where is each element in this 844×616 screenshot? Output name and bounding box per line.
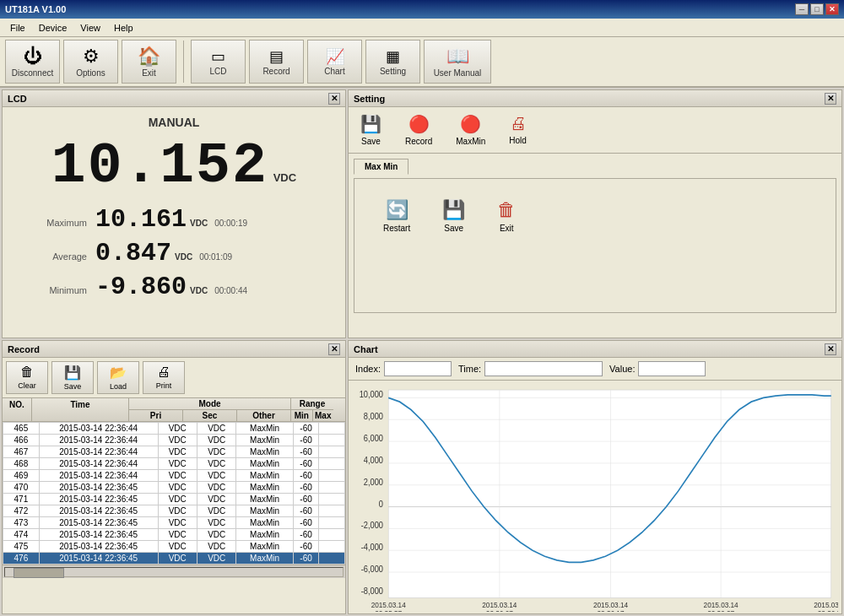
chart-panel-close[interactable]: ✕	[825, 343, 836, 355]
setting-maxmin-button[interactable]: 🔴 MaxMin	[452, 111, 489, 149]
cell-pri: VDC	[158, 553, 197, 565]
options-button[interactable]: ⚙ Options	[63, 40, 118, 84]
maxmin-exit-label: Exit	[500, 224, 514, 233]
menu-file[interactable]: File	[3, 21, 32, 35]
lcd-max-value: 10.161	[95, 205, 187, 234]
options-label: Options	[76, 68, 105, 78]
cell-time: 2015-03-14 22:36:44	[39, 458, 158, 470]
menu-device[interactable]: Device	[32, 21, 74, 35]
table-row[interactable]: 467 2015-03-14 22:36:44 VDC VDC MaxMin -…	[3, 446, 345, 458]
cell-time: 2015-03-14 22:36:44	[39, 470, 158, 482]
menu-view[interactable]: View	[73, 21, 107, 35]
disconnect-button[interactable]: ⏻ Disconnect	[5, 40, 60, 84]
close-button[interactable]: ✕	[825, 3, 839, 15]
col-header-time: Time	[32, 398, 129, 421]
exit-button[interactable]: 🏠 Exit	[122, 40, 176, 84]
usermanual-icon: 📖	[446, 47, 469, 66]
record-icon: ▤	[269, 49, 284, 64]
cell-other: MaxMin	[236, 435, 293, 446]
cell-sec: VDC	[197, 482, 236, 494]
cell-other: MaxMin	[236, 470, 293, 482]
table-row[interactable]: 470 2015-03-14 22:36:45 VDC VDC MaxMin -…	[3, 482, 345, 494]
maxmin-restart-button[interactable]: 🔄 Restart	[380, 196, 414, 236]
lcd-panel-close[interactable]: ✕	[328, 93, 340, 105]
usermanual-button[interactable]: 📖 User Manual	[424, 40, 491, 84]
table-row[interactable]: 468 2015-03-14 22:36:44 VDC VDC MaxMin -…	[3, 458, 345, 470]
minimize-button[interactable]: ─	[795, 3, 809, 15]
svg-text:22:36:07: 22:36:07	[486, 608, 513, 612]
table-row[interactable]: 475 2015-03-14 22:36:45 VDC VDC MaxMin -…	[3, 541, 345, 553]
horizontal-scrollbar[interactable]	[3, 565, 345, 578]
record-button[interactable]: ▤ Record	[249, 40, 304, 84]
cell-no: 469	[3, 470, 40, 482]
record-label: Record	[262, 67, 289, 76]
setting-toolbar: 💾 Save 🔴 Record 🔴 MaxMin 🖨 Hold	[349, 107, 841, 154]
lcd-avg-label: Average	[19, 251, 95, 262]
cell-sec: VDC	[197, 458, 236, 470]
cell-sec: VDC	[197, 517, 236, 529]
setting-maxmin-icon: 🔴	[460, 114, 481, 134]
cell-time: 2015-03-14 22:36:44	[39, 423, 158, 435]
table-row[interactable]: 471 2015-03-14 22:36:45 VDC VDC MaxMin -…	[3, 494, 345, 505]
lcd-main-value: 10.152	[51, 133, 268, 198]
load-icon: 📂	[110, 365, 127, 381]
table-row[interactable]: 473 2015-03-14 22:36:45 VDC VDC MaxMin -…	[3, 517, 345, 529]
cell-no: 468	[3, 458, 40, 470]
setting-record-button[interactable]: 🔴 Record	[402, 111, 436, 149]
scroll-thumb[interactable]	[14, 568, 64, 578]
maxmin-save-icon: 💾	[442, 199, 465, 221]
setting-hold-button[interactable]: 🖨 Hold	[506, 111, 530, 149]
print-label: Print	[156, 381, 172, 390]
setting-button[interactable]: ▦ Setting	[365, 40, 420, 84]
cell-sec: VDC	[197, 435, 236, 446]
chart-value-label: Value:	[609, 364, 635, 374]
cell-other: MaxMin	[236, 458, 293, 470]
svg-text:4,000: 4,000	[364, 455, 384, 465]
svg-text:22:36:17: 22:36:17	[598, 608, 625, 612]
lcd-button[interactable]: ▭ LCD	[191, 40, 246, 84]
svg-text:0: 0	[379, 499, 384, 509]
lcd-max-label: Maximum	[19, 218, 95, 228]
table-row[interactable]: 472 2015-03-14 22:36:45 VDC VDC MaxMin -…	[3, 505, 345, 517]
record-print-button[interactable]: 🖨 Print	[143, 361, 185, 394]
restart-label: Restart	[383, 224, 410, 233]
svg-text:-8,000: -8,000	[361, 586, 384, 596]
toolbar: ⏻ Disconnect ⚙ Options 🏠 Exit ▭ LCD ▤ Re…	[0, 37, 844, 88]
chart-time-input[interactable]	[484, 361, 603, 376]
cell-max	[319, 517, 345, 529]
cell-sec: VDC	[197, 553, 236, 565]
chart-area: 10,000 8,000 6,000 4,000 2,000 0 -2,000 …	[349, 381, 841, 613]
cell-min: -60	[293, 482, 319, 494]
usermanual-label: User Manual	[434, 68, 482, 78]
cell-pri: VDC	[158, 529, 197, 541]
record-clear-button[interactable]: 🗑 Clear	[6, 361, 48, 394]
table-row[interactable]: 466 2015-03-14 22:36:44 VDC VDC MaxMin -…	[3, 435, 345, 446]
chart-button[interactable]: 📈 Chart	[307, 40, 362, 84]
chart-value-input[interactable]	[638, 361, 706, 376]
lcd-label: LCD	[209, 67, 226, 76]
record-panel-close[interactable]: ✕	[328, 343, 340, 355]
cell-pri: VDC	[158, 482, 197, 494]
setting-save-button[interactable]: 💾 Save	[357, 111, 385, 149]
svg-text:22:36:27: 22:36:27	[707, 608, 734, 612]
chart-index-input[interactable]	[384, 361, 452, 376]
maximize-button[interactable]: □	[810, 3, 824, 15]
cell-time: 2015-03-14 22:36:45	[39, 482, 158, 494]
table-row[interactable]: 476 2015-03-14 22:36:45 VDC VDC MaxMin -…	[3, 553, 345, 565]
table-row[interactable]: 469 2015-03-14 22:36:44 VDC VDC MaxMin -…	[3, 470, 345, 482]
record-save-button[interactable]: 💾 Save	[51, 361, 94, 394]
maxmin-exit-button[interactable]: 🗑 Exit	[494, 196, 519, 236]
menu-bar: File Device View Help	[0, 19, 844, 37]
cell-time: 2015-03-14 22:36:44	[39, 435, 158, 446]
record-load-button[interactable]: 📂 Load	[97, 361, 139, 394]
table-row[interactable]: 474 2015-03-14 22:36:45 VDC VDC MaxMin -…	[3, 529, 345, 541]
tab-maxmin[interactable]: Max Min	[354, 159, 408, 175]
cell-min: -60	[293, 470, 319, 482]
svg-text:-2,000: -2,000	[361, 521, 384, 531]
record-table-scroll[interactable]: 465 2015-03-14 22:36:44 VDC VDC MaxMin -…	[3, 422, 345, 565]
maxmin-save-button[interactable]: 💾 Save	[439, 196, 468, 236]
menu-help[interactable]: Help	[107, 21, 140, 35]
svg-rect-10	[388, 390, 831, 598]
table-row[interactable]: 465 2015-03-14 22:36:44 VDC VDC MaxMin -…	[3, 423, 345, 435]
setting-panel-close[interactable]: ✕	[825, 93, 836, 105]
